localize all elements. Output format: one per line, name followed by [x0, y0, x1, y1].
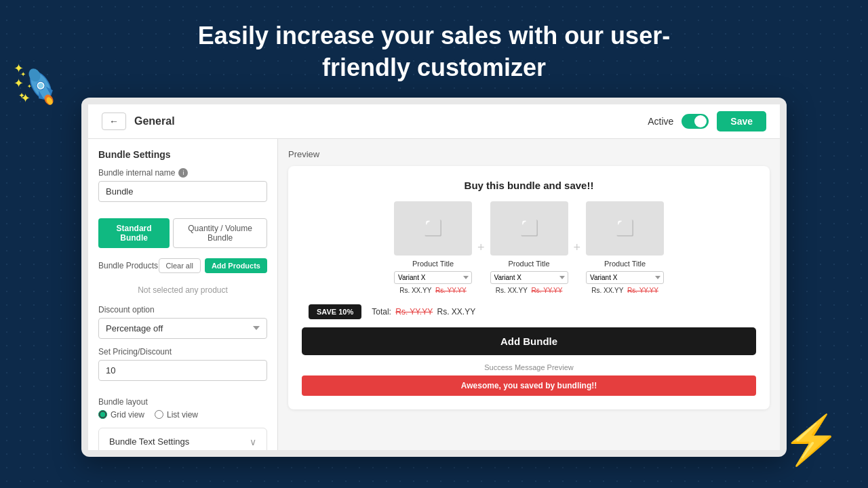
quantity-bundle-button[interactable]: Quantity / Volume Bundle: [173, 218, 267, 248]
product-title-2: Product Title: [490, 260, 568, 268]
add-products-button[interactable]: Add Products: [205, 258, 267, 273]
no-product-message: Not selected any product: [98, 279, 267, 305]
pricing-label: Set Pricing/Discount: [98, 347, 267, 357]
pricing-input[interactable]: [98, 360, 267, 381]
success-label: Success Message Preview: [302, 363, 756, 371]
product-image-2: ⬜: [490, 201, 568, 256]
discount-option-label: Discount option: [98, 305, 267, 314]
preview-label: Preview: [288, 149, 770, 159]
list-view-radio[interactable]: [155, 410, 163, 419]
app-window: ← General Active Save Bundle Settings Bu…: [81, 98, 787, 457]
product-title-3: Product Title: [586, 260, 664, 268]
save-button[interactable]: Save: [717, 111, 766, 131]
variant-select-1[interactable]: Variant X: [394, 271, 472, 284]
product-card-1: ⬜ Product Title Variant X Rs. XX.YY Rs. …: [394, 201, 472, 294]
info-icon: i: [178, 168, 188, 178]
add-bundle-button[interactable]: Add Bundle: [302, 327, 756, 355]
original-price-3: Rs. YY.YY: [627, 287, 658, 294]
svg-text:✦: ✦: [20, 70, 26, 78]
plus-icon-2: +: [574, 241, 581, 255]
products-row: ⬜ Product Title Variant X Rs. XX.YY Rs. …: [302, 201, 756, 294]
price-row-2: Rs. XX.YY Rs. YY.YY: [490, 287, 568, 294]
left-panel: Bundle Settings Bundle internal name i S…: [88, 139, 278, 450]
discount-option-select[interactable]: Percentage off: [98, 318, 267, 339]
svg-text:✦: ✦: [18, 91, 25, 100]
preview-card: Buy this bundle and save!! ⬜ Product Tit…: [288, 166, 770, 409]
bundle-products-header: Bundle Products Clear all Add Products: [98, 258, 267, 273]
right-panel: Preview Buy this bundle and save!! ⬜ Pro…: [278, 139, 780, 450]
price-row-1: Rs. XX.YY Rs. YY.YY: [394, 287, 472, 294]
product-card-3: ⬜ Product Title Variant X Rs. XX.YY Rs. …: [586, 201, 664, 294]
active-label: Active: [648, 116, 673, 127]
product-title-1: Product Title: [394, 260, 472, 268]
bundle-name-input[interactable]: [98, 181, 267, 202]
lightning-icon: ⚡: [782, 412, 841, 468]
app-header: ← General Active Save: [88, 104, 780, 139]
product-image-3: ⬜: [586, 201, 664, 256]
back-button[interactable]: ←: [102, 113, 126, 130]
bundle-type-buttons: Standard Bundle Quantity / Volume Bundle: [98, 218, 267, 248]
success-message-bar: Awesome, you saved by bundling!!: [302, 375, 756, 396]
product-image-1: ⬜: [394, 201, 472, 256]
price-row-3: Rs. XX.YY Rs. YY.YY: [586, 287, 664, 294]
layout-label: Bundle layout: [98, 397, 267, 407]
bundle-text-settings-section[interactable]: Bundle Text Settings ∨: [98, 428, 267, 450]
image-placeholder-icon-3: ⬜: [616, 220, 634, 237]
chevron-down-icon: ∨: [250, 436, 256, 447]
original-price-2: Rs. YY.YY: [532, 287, 563, 294]
original-price-1: Rs. YY.YY: [435, 287, 467, 294]
clear-all-button[interactable]: Clear all: [159, 258, 201, 273]
svg-text:✦: ✦: [27, 83, 32, 89]
product-card-2: ⬜ Product Title Variant X Rs. XX.YY Rs. …: [490, 201, 568, 294]
bundle-settings-title: Bundle Settings: [98, 149, 267, 160]
active-toggle[interactable]: [682, 114, 709, 129]
preview-bundle-title: Buy this bundle and save!!: [302, 180, 756, 191]
save-badge: SAVE 10%: [309, 304, 361, 319]
list-view-option[interactable]: List view: [155, 410, 198, 420]
bundle-name-label: Bundle internal name i: [98, 168, 267, 178]
grid-view-option[interactable]: Grid view: [98, 410, 144, 420]
plus-icon-1: +: [477, 241, 485, 255]
hero-title: Easily increase your sales with our user…: [0, 0, 868, 98]
image-placeholder-icon-2: ⬜: [520, 220, 538, 237]
total-text: Total: Rs. YY.YY Rs. XX.YY: [372, 307, 475, 317]
save-badge-row: SAVE 10% Total: Rs. YY.YY Rs. XX.YY: [302, 304, 756, 319]
bundle-products-label: Bundle Products: [98, 261, 158, 270]
rocket-icon: ✦ ✦ ✦: [17, 64, 71, 121]
variant-select-2[interactable]: Variant X: [490, 271, 568, 284]
total-original-price: Rs. YY.YY: [395, 307, 433, 317]
bundle-text-settings-label: Bundle Text Settings: [109, 436, 189, 447]
variant-select-3[interactable]: Variant X: [586, 271, 664, 284]
standard-bundle-button[interactable]: Standard Bundle: [98, 218, 170, 248]
page-title: General: [134, 115, 175, 127]
image-placeholder-icon-1: ⬜: [424, 220, 442, 237]
grid-view-radio[interactable]: [98, 410, 107, 419]
